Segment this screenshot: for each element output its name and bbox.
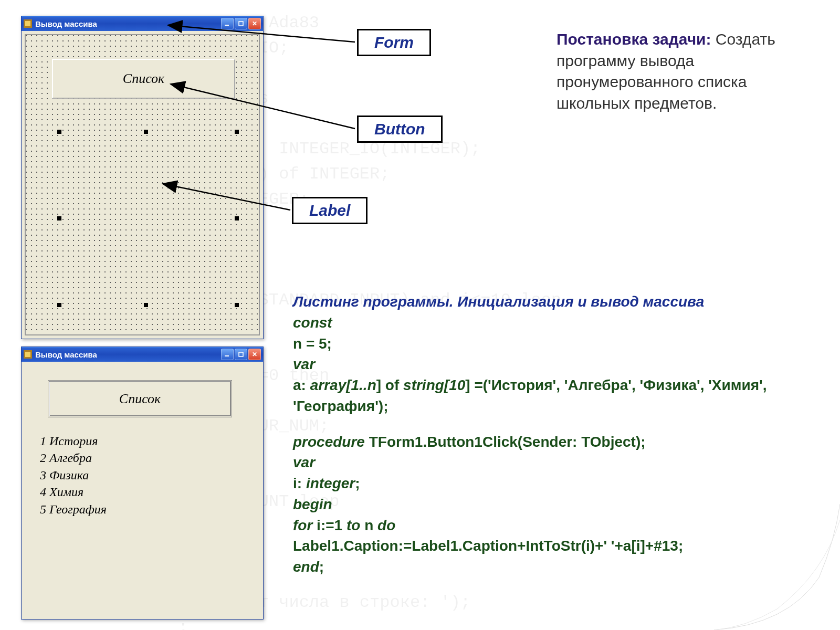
code-kw-const: const — [293, 314, 332, 331]
code-heading: Листинг программы. Инициализация и вывод… — [293, 291, 797, 312]
task-heading: Постановка задачи: — [556, 30, 711, 48]
selection-handle[interactable] — [57, 303, 61, 307]
svg-rect-2 — [225, 25, 229, 26]
callout-label: Label — [292, 197, 368, 224]
callout-form: Form — [357, 29, 431, 56]
code-kw-var: var — [293, 454, 315, 470]
selection-handle[interactable] — [235, 216, 239, 220]
svg-rect-6 — [225, 355, 229, 356]
maximize-button[interactable] — [235, 349, 247, 360]
runtime-button-spisok[interactable]: Список — [48, 380, 232, 417]
code-kw-end: end — [293, 559, 319, 575]
code-text: n — [360, 517, 377, 533]
code-text: ; — [355, 475, 360, 491]
code-kw-var: var — [293, 356, 315, 372]
code-line: n = 5; — [293, 333, 797, 354]
designer-form-body[interactable]: Список — [25, 34, 260, 335]
runtime-form-body: Список 1 История 2 Алгебра 3 Физика 4 Хи… — [22, 362, 263, 619]
code-kw-array: array[1..n — [310, 377, 376, 393]
svg-rect-5 — [25, 352, 30, 357]
runtime-window: Вывод массива ✕ Список 1 История 2 Алгеб… — [21, 346, 264, 620]
selection-handle[interactable] — [235, 130, 239, 134]
svg-rect-7 — [239, 352, 243, 356]
code-kw-string: string[10 — [403, 377, 465, 393]
code-kw-do: do — [377, 517, 395, 533]
designer-button-spisok[interactable]: Список — [52, 59, 235, 99]
code-kw-for: for — [293, 517, 312, 533]
code-text: ] of — [376, 377, 403, 393]
close-button[interactable]: ✕ — [248, 18, 261, 29]
svg-rect-3 — [239, 22, 243, 26]
designer-window-title: Вывод массива — [35, 19, 221, 28]
app-icon — [24, 19, 32, 28]
selection-handle[interactable] — [57, 130, 61, 134]
code-kw-begin: begin — [293, 496, 332, 512]
runtime-window-title: Вывод массива — [35, 350, 221, 359]
app-icon — [24, 350, 32, 359]
runtime-titlebar[interactable]: Вывод массива ✕ — [22, 347, 263, 362]
selection-handle[interactable] — [144, 130, 148, 134]
code-kw-integer: integer — [306, 475, 355, 491]
code-text: a: — [293, 377, 310, 393]
minimize-button[interactable] — [221, 349, 234, 360]
code-listing: Листинг программы. Инициализация и вывод… — [293, 291, 797, 578]
callout-button: Button — [357, 116, 443, 143]
code-text: i:=1 — [312, 517, 346, 533]
code-line: Label1.Caption:=Label1.Caption+IntToStr(… — [293, 536, 797, 556]
code-text: ; — [319, 559, 324, 575]
designer-window: Вывод массива ✕ Список — [21, 16, 264, 339]
code-text: i: — [293, 475, 306, 491]
code-text: TForm1.Button1Click(Sender: TObject); — [365, 434, 646, 450]
svg-rect-1 — [25, 21, 30, 26]
code-kw-to: to — [346, 517, 360, 533]
code-kw-procedure: procedure — [293, 434, 365, 450]
close-button[interactable]: ✕ — [248, 349, 261, 360]
maximize-button[interactable] — [235, 18, 247, 29]
selection-handle[interactable] — [57, 216, 61, 220]
selection-handle[interactable] — [235, 303, 239, 307]
runtime-output-label: 1 История 2 Алгебра 3 Физика 4 Химия 5 Г… — [40, 433, 107, 518]
designer-titlebar[interactable]: Вывод массива ✕ — [22, 16, 263, 31]
selection-handle[interactable] — [144, 303, 148, 307]
minimize-button[interactable] — [221, 18, 234, 29]
task-description: Постановка задачи: Создать программу выв… — [556, 29, 814, 114]
